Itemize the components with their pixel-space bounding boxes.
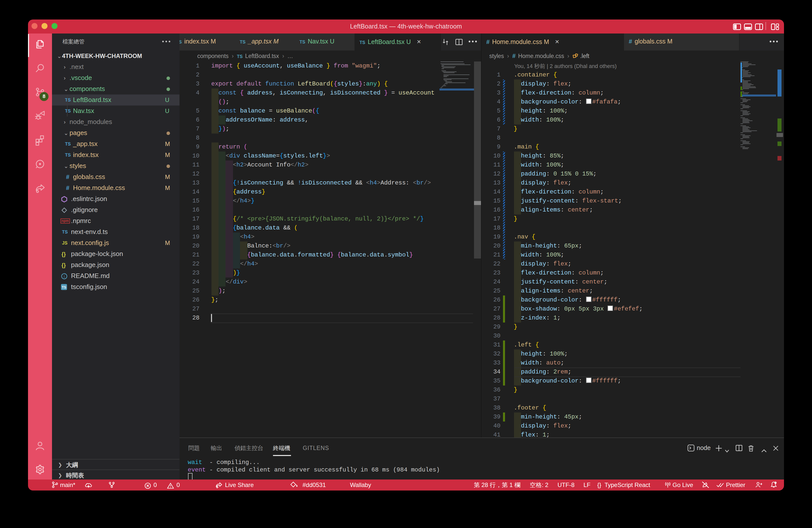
svg-text:i: i (64, 274, 65, 279)
